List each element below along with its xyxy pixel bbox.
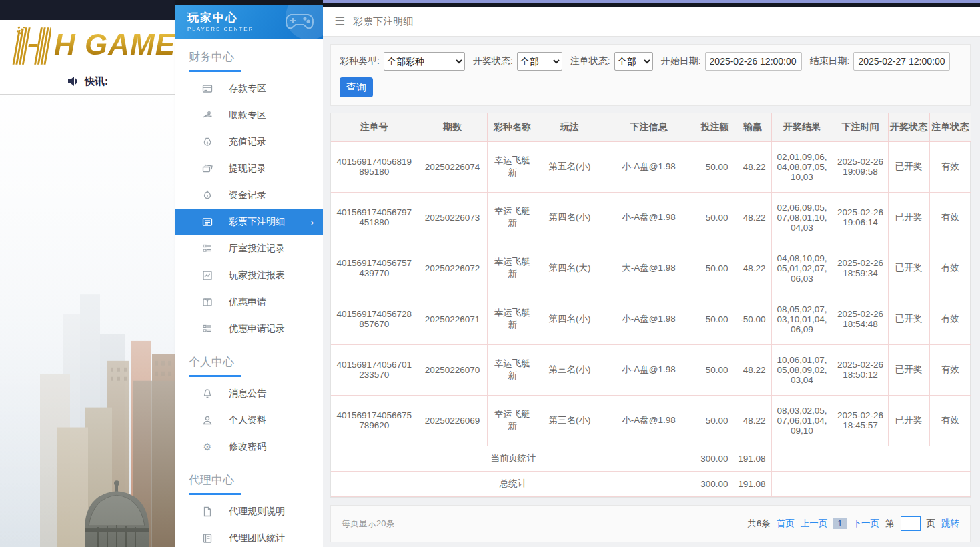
start-date-label: 开始日期: <box>661 55 701 67</box>
sidebar-item-label: 代理规则说明 <box>229 506 285 518</box>
table-cell: 幸运飞艇新 <box>487 344 538 395</box>
finance-menu: 存款专区 取款专区 充值记录 提现记录 资金记录 彩票下注明细 › 厅室投注记录 <box>175 71 323 344</box>
lottery-type-select[interactable]: 全部彩种 <box>384 52 465 71</box>
deposit-card-icon <box>201 83 214 94</box>
sidebar-item-deposit[interactable]: 存款专区 <box>175 75 323 102</box>
table-cell: 已开奖 <box>888 141 929 192</box>
table-cell: 第五名(小) <box>538 141 602 192</box>
table-row: 40156917405667578962020250226069幸运飞艇新第三名… <box>331 395 971 446</box>
table-cell: 50.00 <box>696 294 734 344</box>
table-cell: 08,03,02,05,07,06,01,04,09,10 <box>771 395 833 446</box>
table-cell: 50.00 <box>696 243 734 294</box>
table-cell: 已开奖 <box>888 344 929 395</box>
sidebar-item-profile[interactable]: 个人资料 <box>175 407 323 434</box>
table-row: 40156917405679745188020250226073幸运飞艇新第四名… <box>331 192 971 243</box>
draw-status-label: 开奖状态: <box>473 55 513 67</box>
page-title: 彩票下注明细 <box>353 15 413 28</box>
stats-row: 总统计300.00191.08 <box>331 471 971 496</box>
sidebar-item-lottery-bet-details[interactable]: 彩票下注明细 › <box>175 209 323 235</box>
table-cell: 50.00 <box>696 141 734 192</box>
table-cell: 幸运飞艇新 <box>487 395 538 446</box>
next-page-link[interactable]: 下一页 <box>853 518 880 530</box>
table-cell: 总统计 <box>331 471 696 496</box>
table-cell: 300.00 <box>696 446 734 471</box>
sidebar-item-funds-records[interactable]: 资金记录 <box>175 182 323 209</box>
speaker-icon <box>67 76 79 87</box>
table-cell <box>771 446 971 471</box>
table-cell: 2025-02-26 19:06:14 <box>833 192 888 243</box>
sidebar: 玩家中心 PLAYERS CENTER 财务中心 存款专区 取款专区 充值记录 … <box>175 0 323 547</box>
table-cell: 已开奖 <box>888 294 929 344</box>
sidebar-item-label: 存款专区 <box>229 83 266 95</box>
goto-suffix: 页 <box>927 518 936 530</box>
filter-row: 彩种类型: 全部彩种 开奖状态: 全部 注单状态: 全部 开始日期: 结束日期: <box>340 52 961 71</box>
sidebar-item-change-password[interactable]: ⚙ 修改密码 <box>175 434 323 460</box>
filter-panel: 彩种类型: 全部彩种 开奖状态: 全部 注单状态: 全部 开始日期: 结束日期:… <box>330 44 971 106</box>
table-cell: 08,05,02,07,03,10,01,04,06,09 <box>771 294 833 344</box>
prev-page-link[interactable]: 上一页 <box>801 518 828 530</box>
sidebar-item-agent-team-stats[interactable]: 代理团队统计 <box>175 525 323 547</box>
sidebar-header: 玩家中心 PLAYERS CENTER <box>175 5 323 39</box>
first-page-link[interactable]: 首页 <box>777 518 795 530</box>
sidebar-item-label: 资金记录 <box>229 189 266 201</box>
table-cell: 第四名(小) <box>538 192 602 243</box>
current-page-badge: 1 <box>833 518 846 529</box>
goto-button[interactable]: 跳转 <box>941 518 959 530</box>
lottery-type-label: 彩种类型: <box>340 55 380 67</box>
table-header-cell: 开奖结果 <box>771 113 833 141</box>
sidebar-item-agent-rules[interactable]: 代理规则说明 <box>175 498 323 525</box>
logo-text: H GAME <box>54 28 175 61</box>
table-cell: 小-A盘@1.98 <box>602 141 696 192</box>
start-date-input[interactable] <box>705 52 802 71</box>
news-label: 快讯: <box>85 75 108 88</box>
section-title-personal: 个人中心 <box>189 354 310 376</box>
end-date-input[interactable] <box>853 52 950 71</box>
table-cell: 401569174056819895180 <box>331 141 418 192</box>
order-status-select[interactable]: 全部 <box>614 52 653 71</box>
sidebar-item-recharge-records[interactable]: 充值记录 <box>175 129 323 155</box>
sidebar-item-hall-bet-records[interactable]: 厅室投注记录 <box>175 235 323 262</box>
personal-menu: 消息公告 个人资料 ⚙ 修改密码 <box>175 376 323 462</box>
draw-status-select[interactable]: 全部 <box>517 52 562 71</box>
table-cell: 04,08,10,09,05,01,02,07,06,03 <box>771 243 833 294</box>
sidebar-item-promo-apply[interactable]: 优惠申请 <box>175 289 323 316</box>
table-cell: 02,06,09,05,07,08,01,10,04,03 <box>771 192 833 243</box>
goto-page-input[interactable] <box>901 516 921 531</box>
search-button[interactable]: 查询 <box>340 77 373 97</box>
section-title-agent: 代理中心 <box>189 472 310 494</box>
table-cell: 小-A盘@1.98 <box>602 192 696 243</box>
table-body: 40156917405681989518020250226074幸运飞艇新第五名… <box>331 141 971 496</box>
table-cell: 幸运飞艇新 <box>487 192 538 243</box>
pagination-bar: 每页显示20条 共6条 首页 上一页 1 下一页 第 页 跳转 <box>330 505 971 542</box>
table-cell: 小-A盘@1.98 <box>602 395 696 446</box>
page-size-text: 每页显示20条 <box>342 518 394 530</box>
logo-stripes-icon <box>5 24 51 65</box>
promo-records-icon <box>201 324 214 334</box>
sidebar-item-announcements[interactable]: 消息公告 <box>175 380 323 407</box>
table-cell: 20250226072 <box>418 243 487 294</box>
table-cell: 48.22 <box>734 395 771 446</box>
sidebar-item-label: 取款专区 <box>229 109 266 121</box>
table-cell: 48.22 <box>734 192 771 243</box>
sidebar-item-withdraw[interactable]: 取款专区 <box>175 102 323 129</box>
stats-row: 当前页统计300.00191.08 <box>331 446 971 471</box>
sidebar-item-player-bet-report[interactable]: 玩家投注报表 <box>175 262 323 289</box>
moneybag-icon <box>201 137 214 147</box>
book-icon <box>201 533 214 544</box>
table-cell: 小-A盘@1.98 <box>602 344 696 395</box>
sidebar-item-label: 充值记录 <box>229 136 266 148</box>
hamburger-icon[interactable]: ☰ <box>334 14 345 29</box>
table-cell: 401569174056797451880 <box>331 192 418 243</box>
table-cell: 20250226071 <box>418 294 487 344</box>
bet-table: 注单号期数彩种名称玩法下注信息投注额输赢开奖结果下注时间开奖状态注单状态 401… <box>331 113 971 497</box>
news-ticker-bar: 快讯: <box>0 69 175 95</box>
sidebar-item-promo-apply-records[interactable]: 优惠申请记录 <box>175 316 323 342</box>
table-cell: 已开奖 <box>888 192 929 243</box>
agent-menu: 代理规则说明 代理团队统计 <box>175 494 323 547</box>
table-cell: 第三名(小) <box>538 344 602 395</box>
sidebar-item-withdraw-records[interactable]: 提现记录 <box>175 155 323 182</box>
cityscape-illustration <box>0 95 175 547</box>
table-header-cell: 注单号 <box>331 113 418 141</box>
table-cell: 401569174056728857670 <box>331 294 418 344</box>
sidebar-item-label: 提现记录 <box>229 163 266 175</box>
